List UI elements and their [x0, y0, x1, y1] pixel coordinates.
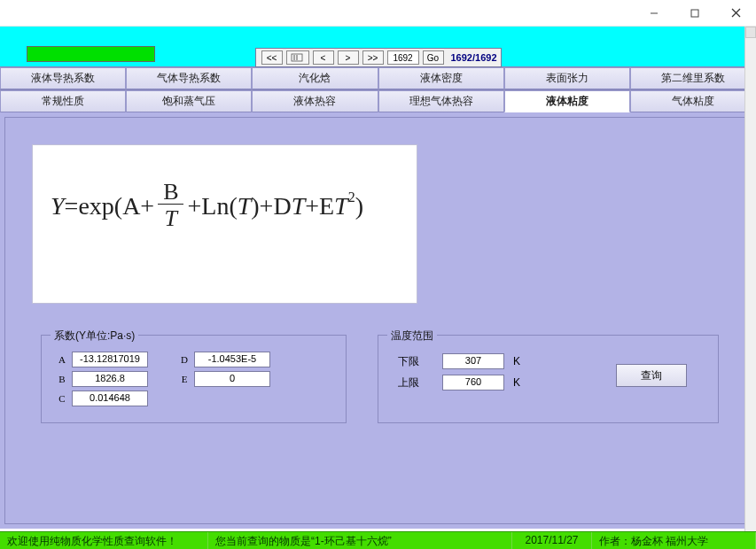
nav-step-prev-button[interactable]: <	[313, 50, 334, 65]
formula-square: 2	[348, 189, 355, 205]
formula-sym-Y: Y	[51, 192, 65, 220]
tabs-row-2: 常规性质 饱和蒸气压 液体热容 理想气体热容 液体粘度 气体粘度	[0, 89, 756, 112]
status-bar: 欢迎使用纯物质化学性质查询软件！ 您当前查询的物质是“1-环己基十六烷” 201…	[0, 531, 756, 549]
formula-close: )	[355, 192, 363, 220]
formula-exp-open: exp(A+	[78, 192, 154, 220]
tab-liquid-density[interactable]: 液体密度	[378, 67, 504, 89]
formula-plus-ln: +Ln(	[187, 192, 237, 220]
coeff-label-C: C	[52, 393, 72, 404]
temperature-range-legend: 温度范围	[387, 329, 437, 344]
formula-eq: =	[65, 192, 79, 220]
range-upper-label: 上限	[398, 375, 433, 390]
range-upper-value[interactable]: 760	[442, 375, 504, 390]
coeff-label-B: B	[52, 374, 72, 384]
tab-surface-tension[interactable]: 表面张力	[504, 67, 630, 89]
coeff-value-C[interactable]: 0.014648	[72, 390, 148, 406]
range-lower-value[interactable]: 307	[442, 353, 504, 369]
tab-liquid-viscosity[interactable]: 液体粘度	[504, 90, 630, 112]
formula-text: Y = exp(A+ B T +Ln( T )+D T +E T 2 )	[51, 181, 399, 232]
formula-display: Y = exp(A+ B T +Ln( T )+D T +E T 2 )	[32, 144, 417, 304]
content-inner: Y = exp(A+ B T +Ln( T )+D T +E T 2 ) 系数(…	[4, 117, 752, 524]
window-titlebar	[0, 0, 756, 27]
formula-T3: T	[334, 192, 348, 220]
range-lower-label: 下限	[398, 354, 433, 369]
tab-ideal-gas-heat-capacity[interactable]: 理想气体热容	[378, 90, 504, 112]
coeff-value-B[interactable]: 1826.8	[72, 371, 148, 387]
toolbar-active-stub	[27, 46, 155, 62]
coefficients-legend: 系数(Y单位:Pa·s)	[51, 329, 138, 344]
formula-frac-den: T	[160, 205, 183, 232]
coefficients-group: 系数(Y单位:Pa·s) A -13.12817019 B 1826.8 C 0…	[41, 335, 347, 423]
formula-fraction: B T	[158, 181, 183, 232]
status-welcome: 欢迎使用纯物质化学性质查询软件！	[0, 532, 208, 549]
query-button[interactable]: 查询	[616, 364, 687, 387]
scrollbar-up-arrow[interactable]	[745, 27, 756, 38]
status-current-substance: 您当前查询的物质是“1-环己基十六烷”	[208, 532, 512, 549]
nav-step-next-button[interactable]: >	[338, 50, 359, 65]
coeff-value-D[interactable]: -1.0453E-5	[194, 352, 270, 367]
tab-liquid-thermal-conductivity[interactable]: 液体导热系数	[0, 67, 126, 89]
status-date: 2017/11/27	[512, 532, 592, 549]
nav-go-button[interactable]: Go	[423, 50, 444, 65]
nav-first-button[interactable]: <<	[261, 50, 283, 65]
coeff-label-E: E	[175, 374, 194, 384]
formula-T1: T	[238, 192, 252, 220]
coeff-value-A[interactable]: -13.12817019	[72, 352, 148, 367]
nav-total-label: 1692/1692	[451, 52, 497, 63]
nav-prev-button[interactable]	[286, 50, 309, 65]
tab-second-virial[interactable]: 第二维里系数	[630, 67, 756, 89]
tabs-row-1: 液体导热系数 气体导热系数 汽化焓 液体密度 表面张力 第二维里系数	[0, 66, 756, 89]
formula-plus-e: +E	[305, 192, 334, 220]
tab-vaporization-enthalpy[interactable]: 汽化焓	[252, 67, 378, 89]
range-lower-unit: K	[513, 355, 531, 367]
content-pane: Y = exp(A+ B T +Ln( T )+D T +E T 2 ) 系数(…	[0, 112, 756, 529]
coeff-label-D: D	[175, 354, 194, 365]
coeff-value-E[interactable]: 0	[194, 371, 270, 387]
tab-sat-vapor-pressure[interactable]: 饱和蒸气压	[126, 90, 252, 112]
nav-last-button[interactable]: >>	[362, 50, 384, 65]
svg-rect-1	[691, 10, 698, 17]
coeff-label-A: A	[52, 354, 72, 365]
tab-liquid-heat-capacity[interactable]: 液体热容	[252, 90, 378, 112]
formula-frac-num: B	[158, 181, 183, 205]
formula-T2: T	[292, 192, 306, 220]
maximize-button[interactable]	[674, 0, 715, 27]
nav-page-input[interactable]	[387, 50, 419, 65]
minimize-button[interactable]	[634, 0, 674, 27]
range-upper-unit: K	[513, 376, 531, 389]
status-author: 作者：杨金杯 福州大学	[592, 532, 756, 549]
close-button[interactable]	[715, 0, 756, 27]
tab-gas-thermal-conductivity[interactable]: 气体导热系数	[126, 67, 252, 89]
vertical-scrollbar[interactable]	[744, 27, 756, 531]
tab-general-props[interactable]: 常规性质	[0, 90, 126, 112]
record-navigator: << < > >> Go 1692/1692	[255, 48, 502, 67]
tab-gas-viscosity[interactable]: 气体粘度	[630, 90, 756, 112]
temperature-range-group: 温度范围 下限 307 K 上限 760 K 查询	[378, 335, 719, 423]
formula-after-ln: )+D	[251, 192, 291, 220]
